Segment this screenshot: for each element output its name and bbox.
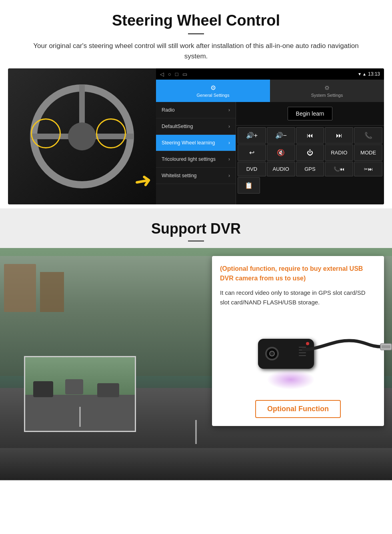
ctrl-row-2: ↩ 🔇 ⏻ RADIO MODE bbox=[238, 144, 382, 161]
tab-system-settings[interactable]: ⛭ System Settings bbox=[270, 80, 384, 102]
control-grid: 🔊+ 🔊− ⏮ ⏭ 📞 ↩ 🔇 ⏻ RADIO MODE bbox=[236, 126, 384, 195]
section1-description: Your original car's steering wheel contr… bbox=[24, 41, 368, 61]
tab-system-label: System Settings bbox=[311, 93, 343, 98]
chevron-icon: › bbox=[228, 156, 230, 162]
svg-rect-1 bbox=[382, 345, 390, 348]
sw-center bbox=[68, 122, 96, 150]
power-button[interactable]: ⏻ bbox=[296, 144, 324, 161]
dashboard-bottom bbox=[0, 448, 392, 480]
signal-icon: ▴ bbox=[363, 71, 366, 77]
back-button[interactable]: ↩ bbox=[238, 144, 266, 161]
phone-button[interactable]: 📞 bbox=[354, 127, 382, 144]
gps-button[interactable]: GPS bbox=[296, 162, 324, 176]
system-icon: ⛭ bbox=[324, 84, 330, 92]
tab-general-settings[interactable]: ⚙ General Settings bbox=[156, 80, 270, 102]
building-2 bbox=[40, 272, 64, 312]
optional-function-button[interactable]: Optional Function bbox=[255, 400, 341, 418]
menu-item-default-setting[interactable]: DefaultSetting › bbox=[156, 118, 236, 135]
menu-item-radio[interactable]: Radio › bbox=[156, 102, 236, 118]
begin-learn-button[interactable]: Begin learn bbox=[288, 107, 333, 120]
mute-button[interactable]: 🔇 bbox=[267, 144, 295, 161]
audio-button[interactable]: AUDIO bbox=[267, 162, 295, 176]
wifi-icon: ▾ bbox=[358, 71, 361, 77]
lane-mark bbox=[195, 420, 197, 444]
tab-general-label: General Settings bbox=[197, 93, 230, 98]
ctrl-row-3: DVD AUDIO GPS 📞⏮ ✂⏭ bbox=[238, 162, 382, 176]
chevron-icon: › bbox=[228, 124, 230, 129]
vol-down-button[interactable]: 🔊− bbox=[267, 127, 295, 144]
steering-wheel-graphic bbox=[26, 80, 138, 192]
section-dvr: Support DVR bbox=[0, 208, 392, 480]
section2-title: Support DVR bbox=[0, 220, 392, 237]
dvr-inset-view bbox=[24, 356, 136, 432]
android-tabs: ⚙ General Settings ⛭ System Settings bbox=[156, 80, 384, 102]
ctrl-row-1: 🔊+ 🔊− ⏮ ⏭ 📞 bbox=[238, 127, 382, 144]
android-content: Radio › DefaultSetting › Steering Wheel … bbox=[156, 102, 384, 204]
menu-item-whitelist-label: Whitelist setting bbox=[162, 173, 197, 178]
section1-title: Steering Wheel Control bbox=[16, 12, 376, 29]
android-statusbar: ◁ ○ □ ▭ ▾ ▴ 13:13 bbox=[156, 68, 384, 80]
android-menu: Radio › DefaultSetting › Steering Wheel … bbox=[156, 102, 236, 204]
steering-mockup: ➜ ◁ ○ □ ▭ ▾ ▴ 13:13 ⚙ Genera bbox=[8, 68, 384, 204]
menu-item-radio-label: Radio bbox=[162, 107, 175, 113]
extra-button[interactable]: 📋 bbox=[238, 177, 260, 194]
section1-divider bbox=[188, 33, 204, 34]
dvr-body: (Optional function, require to buy exter… bbox=[0, 248, 392, 480]
inset-lane bbox=[80, 407, 81, 427]
android-ui: ◁ ○ □ ▭ ▾ ▴ 13:13 ⚙ General Settings ⛭ S… bbox=[156, 68, 384, 204]
dvr-camera-illustration bbox=[220, 314, 376, 394]
camera-lens bbox=[265, 347, 279, 360]
phone-prev-button[interactable]: 📞⏮ bbox=[325, 162, 353, 176]
nav-menu-icon[interactable]: ▭ bbox=[182, 71, 187, 77]
dvr-info-body: It can record video only to storage in G… bbox=[220, 288, 376, 307]
vehicle-3 bbox=[97, 383, 119, 397]
vol-up-button[interactable]: 🔊+ bbox=[238, 127, 266, 144]
menu-item-default-label: DefaultSetting bbox=[162, 124, 193, 129]
sw-highlight-left bbox=[31, 118, 61, 148]
radio-button[interactable]: RADIO bbox=[325, 144, 353, 161]
dvd-button[interactable]: DVD bbox=[238, 162, 266, 176]
nav-recent-icon[interactable]: □ bbox=[175, 71, 178, 77]
nav-back-icon[interactable]: ◁ bbox=[160, 71, 164, 77]
begin-learn-row: Begin learn bbox=[236, 102, 384, 126]
dvr-info-panel: (Optional function, require to buy exter… bbox=[212, 256, 384, 426]
building-1 bbox=[4, 264, 36, 312]
chevron-icon: › bbox=[228, 173, 230, 178]
vehicle-2 bbox=[65, 379, 83, 394]
section-steering-wheel: Steering Wheel Control Your original car… bbox=[0, 0, 392, 61]
next-button[interactable]: ⏭ bbox=[325, 127, 353, 144]
ctrl-row-4: 📋 bbox=[238, 177, 382, 194]
camera-cable bbox=[302, 335, 392, 367]
mode-button[interactable]: MODE bbox=[354, 144, 382, 161]
cut-next-button[interactable]: ✂⏭ bbox=[354, 162, 382, 176]
camera-lens-inner bbox=[269, 351, 275, 356]
menu-item-steering-wheel[interactable]: Steering Wheel learning › bbox=[156, 135, 236, 151]
sw-highlight-right bbox=[96, 118, 126, 148]
chevron-icon: › bbox=[228, 107, 230, 113]
menu-item-tricoloured[interactable]: Tricoloured light settings › bbox=[156, 151, 236, 168]
menu-item-steering-label: Steering Wheel learning bbox=[162, 140, 215, 146]
prev-button[interactable]: ⏮ bbox=[296, 127, 324, 144]
dvr-optional-text: (Optional function, require to buy exter… bbox=[220, 264, 376, 283]
gear-icon: ⚙ bbox=[210, 84, 216, 92]
section2-divider bbox=[188, 240, 204, 242]
camera-body-group bbox=[258, 339, 314, 369]
status-time: 13:13 bbox=[368, 71, 380, 77]
menu-item-tricoloured-label: Tricoloured light settings bbox=[162, 156, 216, 162]
chevron-icon: › bbox=[228, 140, 230, 146]
vehicle-1 bbox=[33, 381, 53, 397]
steering-photo: ➜ bbox=[8, 68, 156, 204]
menu-item-whitelist[interactable]: Whitelist setting › bbox=[156, 168, 236, 184]
section2-title-area: Support DVR bbox=[0, 208, 392, 248]
nav-home-icon[interactable]: ○ bbox=[168, 71, 171, 77]
arrow-icon: ➜ bbox=[132, 167, 154, 194]
glow-effect bbox=[267, 370, 315, 390]
android-controls: Begin learn 🔊+ 🔊− ⏮ ⏭ 📞 bbox=[236, 102, 384, 204]
